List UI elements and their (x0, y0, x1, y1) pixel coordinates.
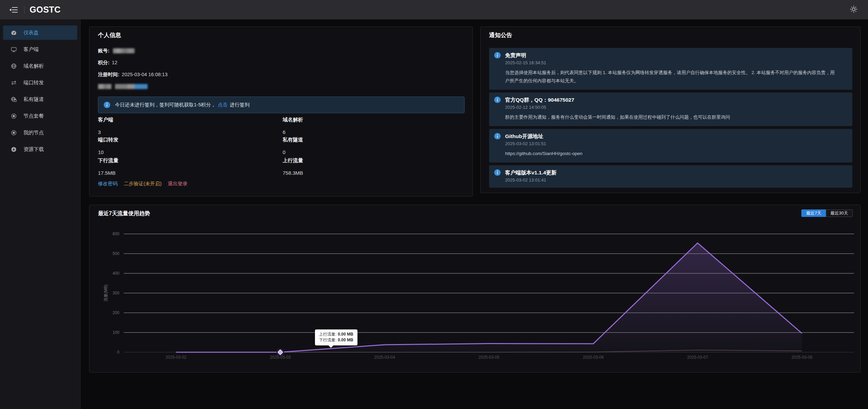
sidebar-item-dns[interactable]: 域名解析 (3, 59, 77, 73)
x-tick-2: 2025-03-04 (374, 355, 395, 360)
x-tick-6: 2025-03-08 (791, 355, 813, 360)
personal-field-2: 注册时间:2025-03-04 16:08:13 (98, 72, 168, 77)
notice-list: 免责声明2025-02-15 16:34:51当您选择使用本站服务后，则代表同意… (489, 48, 852, 188)
sidebar-item-clients[interactable]: 客户端 (3, 42, 77, 56)
stat-value: 17.5MB (98, 170, 118, 176)
notice-title: 客户端版本v1.1.4更新 (505, 169, 557, 176)
info-icon (103, 101, 111, 108)
notice-item-3: 客户端版本v1.1.4更新2025-03-02 13:01:41 (489, 165, 852, 188)
notice-title: 免责声明 (505, 52, 526, 59)
sidebar-menu: 仪表盘客户端域名解析端口转发私有隧道节点套餐我的节点资源下载 (0, 19, 81, 409)
globe-icon (10, 63, 17, 69)
y-tick-400: 400 (113, 271, 119, 276)
y-tick-100: 100 (113, 330, 119, 335)
redacted-label (98, 84, 112, 89)
range-button-1[interactable]: 最近30天 (826, 209, 853, 217)
y-axis-name: 流量(MB) (103, 285, 108, 302)
signin-text-before: 今日还未进行签到，签到可随机获取1-5积分， (115, 102, 216, 107)
chart-tooltip: 上行流量:0.00 MB 下行流量:0.00 MB (315, 329, 357, 345)
traffic-trend-card: 最近7天流量使用趋势 最近7天最近30天 0100200300400500600… (89, 205, 861, 373)
stat-5: 上行流量758.3MB (283, 158, 303, 176)
field-value: 12 (112, 60, 117, 65)
notice-item-2: Github开源地址2025-03-02 13:01:51https://git… (489, 129, 852, 163)
stat-value: 10 (98, 150, 118, 155)
swap-icon (10, 80, 17, 86)
logout-link[interactable]: 退出登录 (168, 181, 187, 187)
header-divider (24, 6, 24, 14)
personal-info-card: 个人信息 账号:积分:12注册时间:2025-03-04 16:08:13 今日… (89, 27, 473, 197)
two-factor-link[interactable]: 二步验证(未开启) (124, 181, 162, 187)
traffic-line-chart[interactable]: 0100200300400500600流量(MB)2025-03-022025-… (89, 205, 861, 365)
sidebar-item-node-plan[interactable]: 节点套餐 (3, 109, 77, 123)
sidebar-item-label: 资源下载 (23, 146, 44, 153)
notice-title: 官方QQ群，QQ：904675027 (505, 96, 574, 103)
y-tick-600: 600 (113, 232, 119, 236)
personal-info-title: 个人信息 (98, 31, 121, 39)
sidebar-item-my-nodes[interactable]: 我的节点 (3, 125, 77, 140)
info-icon (494, 96, 501, 103)
stat-label: 端口转发 (98, 137, 118, 142)
field-label: 积分: (98, 59, 110, 66)
redacted-value (115, 84, 148, 89)
sidebar-item-label: 客户端 (23, 46, 39, 53)
sidebar-item-label: 节点套餐 (23, 113, 44, 119)
upload-area (176, 243, 802, 352)
notice-item-0: 免责声明2025-02-15 16:34:51当您选择使用本站服务后，则代表同意… (489, 48, 852, 90)
stat-label: 客户端 (98, 117, 113, 122)
stat-1: 域名解析6 (283, 117, 303, 135)
notice-timestamp: 2025-03-02 13:01:41 (505, 177, 846, 183)
account-actions: 修改密码二步验证(未开启)退出登录 (98, 181, 187, 187)
info-icon (494, 52, 501, 59)
app-title: GOSTC (30, 5, 61, 15)
stat-4: 下行流量17.5MB (98, 158, 118, 176)
notices-title: 通知公告 (489, 31, 512, 39)
range-button-group: 最近7天最近30天 (801, 209, 853, 217)
signin-link[interactable]: 点击 (218, 102, 228, 107)
collapse-menu-icon[interactable] (9, 6, 18, 14)
app-root: GOSTC 仪表盘客户端域名解析端口转发私有隧道节点套餐我的节点资源下载 个人信… (0, 0, 868, 409)
sidebar-item-dashboard[interactable]: 仪表盘 (3, 25, 77, 40)
sidebar-item-label: 域名解析 (23, 63, 44, 69)
notice-body: 群的主要作用为通知，服务有什么变动会第一时间通知，如果在使用过程中碰到了什么问题… (505, 113, 846, 121)
redacted-value (113, 48, 135, 53)
y-tick-200: 200 (113, 310, 119, 315)
monitor-icon (10, 46, 17, 53)
notice-title: Github开源地址 (505, 133, 543, 140)
tooltip-upload-row: 上行流量:0.00 MB (319, 331, 353, 337)
notice-body: https://github.com/SianHH/gostc-open (505, 150, 846, 158)
field-label: 账号: (98, 48, 110, 54)
sidebar-item-tunnel[interactable]: 私有隧道 (3, 92, 77, 106)
download-icon (10, 146, 17, 153)
field-label: 注册时间: (98, 71, 119, 78)
sidebar-item-downloads[interactable]: 资源下载 (3, 142, 77, 156)
x-tick-4: 2025-03-06 (583, 355, 604, 360)
sidebar-item-label: 私有隧道 (23, 96, 44, 103)
stat-label: 域名解析 (283, 117, 303, 122)
stat-label: 上行流量 (283, 158, 303, 163)
info-icon (494, 133, 501, 140)
y-tick-500: 500 (113, 251, 119, 256)
x-tick-3: 2025-03-05 (479, 355, 500, 360)
theme-toggle-sun-icon[interactable] (850, 5, 858, 13)
main-content: 个人信息 账号:积分:12注册时间:2025-03-04 16:08:13 今日… (81, 19, 868, 409)
personal-field-0: 账号: (98, 48, 135, 53)
y-tick-300: 300 (113, 291, 119, 295)
x-tick-0: 2025-03-02 (166, 355, 187, 360)
personal-field-1: 积分:12 (98, 60, 117, 65)
tunnel-icon (10, 96, 17, 103)
sidebar-item-label: 仪表盘 (23, 30, 39, 36)
x-tick-5: 2025-03-07 (687, 355, 708, 360)
sidebar-item-label: 我的节点 (23, 130, 44, 136)
range-button-0[interactable]: 最近7天 (801, 209, 825, 217)
notice-item-1: 官方QQ群，QQ：9046750272025-02-12 14:50:05群的主… (489, 92, 852, 126)
sidebar-item-port-forward[interactable]: 端口转发 (3, 75, 77, 90)
change-password-link[interactable]: 修改密码 (98, 181, 118, 187)
personal-field-3 (98, 84, 148, 89)
stat-value: 758.3MB (283, 170, 303, 176)
stat-value: 6 (283, 130, 303, 135)
info-icon (494, 169, 501, 176)
notice-timestamp: 2025-03-02 13:01:51 (505, 141, 846, 147)
field-value: 2025-03-04 16:08:13 (122, 72, 168, 77)
stat-value: 0 (283, 150, 303, 155)
stat-value: 3 (98, 130, 113, 135)
